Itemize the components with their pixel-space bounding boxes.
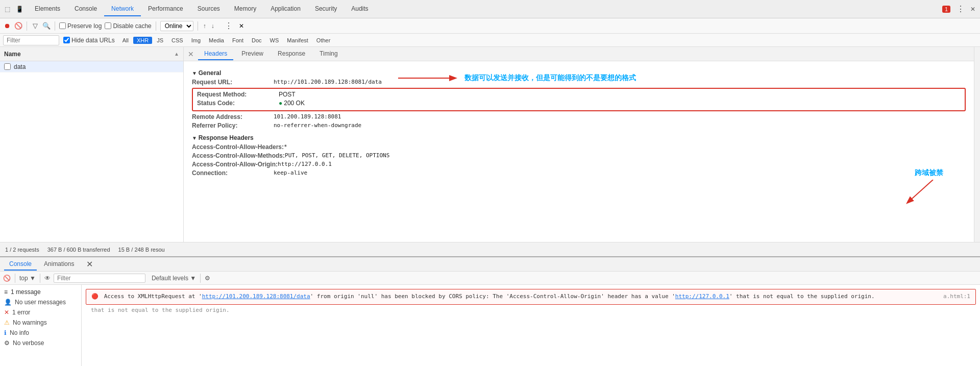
request-method-row: Request Method: POST — [197, 91, 961, 98]
tab-audits[interactable]: Audits — [344, 2, 375, 16]
arrow-right-icon — [398, 70, 459, 86]
disable-cache-checkbox[interactable] — [105, 22, 111, 29]
console-body: ≡ 1 message 👤 No user messages ✕ 1 error… — [0, 285, 980, 366]
tab-elements[interactable]: Elements — [28, 2, 67, 16]
more-options-icon[interactable]: ⋮ — [953, 4, 968, 14]
filter-xhr[interactable]: XHR — [133, 37, 152, 44]
filter-doc[interactable]: Doc — [248, 37, 265, 44]
requests-count: 1 / 2 requests — [5, 247, 39, 253]
filter-js[interactable]: JS — [153, 37, 167, 44]
sidebar-errors[interactable]: ✕ 1 error — [0, 307, 81, 318]
request-url-value: http://101.200.189.128:8081/data — [274, 79, 382, 86]
console-main: 🔴 Access to XMLHttpRequest at 'http://10… — [82, 285, 980, 366]
tab-preview[interactable]: Preview — [235, 48, 270, 60]
verbose-icon: ⚙ — [4, 339, 10, 347]
filter-manifest[interactable]: Manifest — [283, 37, 312, 44]
highlight-box: Request Method: POST Status Code: 200 OK — [192, 88, 966, 111]
tab-network[interactable]: Network — [104, 2, 141, 16]
more-toolbar-icon[interactable]: ⋮ — [222, 21, 236, 31]
tab-memory[interactable]: Memory — [227, 2, 263, 16]
sidebar-messages[interactable]: ≡ 1 message — [0, 287, 81, 297]
filter-all[interactable]: All — [119, 37, 132, 44]
preserve-log-checkbox[interactable] — [59, 22, 66, 29]
console-sidebar: ≡ 1 message 👤 No user messages ✕ 1 error… — [0, 285, 82, 366]
devtools-nav: ⬚ 📱 Elements Console Network Performance… — [0, 0, 980, 18]
sidebar-user-messages[interactable]: 👤 No user messages — [0, 297, 81, 307]
tab-security[interactable]: Security — [308, 2, 344, 16]
console-level-icon[interactable]: top ▼ — [19, 275, 36, 282]
row-checkbox[interactable] — [4, 63, 11, 70]
inspect-icon[interactable]: ⬚ — [2, 4, 12, 14]
divider-2 — [55, 21, 55, 31]
filter-img[interactable]: Img — [188, 37, 204, 44]
error-text-middle: ' from origin 'null' has been blocked by… — [310, 293, 675, 300]
console-close-icon[interactable]: ✕ — [83, 259, 96, 269]
import-btn[interactable]: ↑ — [202, 22, 207, 30]
vertical-scrollbar[interactable] — [974, 47, 980, 242]
divider-3 — [156, 21, 156, 31]
close-panel-icon[interactable]: ✕ — [239, 22, 244, 30]
sidebar-info[interactable]: ℹ No info — [0, 328, 81, 338]
console-divider-3 — [200, 274, 201, 283]
device-icon[interactable]: 📱 — [14, 4, 24, 14]
filter-css[interactable]: CSS — [168, 37, 187, 44]
devtools-window: ⬚ 📱 Elements Console Network Performance… — [0, 0, 980, 366]
tab-sources[interactable]: Sources — [190, 2, 227, 16]
console-divider-1 — [15, 274, 15, 283]
req-detail-body: General Request URL: http://101.200.189.… — [184, 61, 974, 242]
filter-font[interactable]: Font — [229, 37, 247, 44]
tab-performance[interactable]: Performance — [141, 2, 190, 16]
throttle-select[interactable]: Online — [160, 21, 193, 31]
cn-annotation-bottom: 跨域被禁 — [915, 168, 943, 178]
cn-annotation-top: 数据可以发送并接收，但是可能得到的不是要想的格式 — [464, 74, 636, 83]
request-method-value: POST — [279, 91, 296, 98]
filter-input[interactable] — [3, 35, 59, 45]
acam-label: Access-Control-Allow-Methods: — [192, 152, 285, 159]
annotation-bottom: 跨域被禁 — [902, 168, 943, 205]
record-icon[interactable]: ⏺ — [3, 22, 11, 30]
console-gear-icon[interactable]: ⚙ — [205, 275, 210, 282]
error-origin-link[interactable]: http://127.0.0.1 — [675, 293, 729, 300]
net-list: Name ▲ data — [0, 47, 184, 242]
warnings-icon: ⚠ — [4, 319, 10, 326]
error-badge: 1 — [942, 6, 950, 13]
console-filter-input[interactable] — [54, 274, 145, 283]
sidebar-verbose[interactable]: ⚙ No verbose — [0, 338, 81, 348]
export-btn[interactable]: ↓ — [210, 22, 215, 30]
console-default-levels[interactable]: Default levels ▼ — [152, 275, 196, 282]
tab-response[interactable]: Response — [272, 48, 311, 60]
console-tab-console[interactable]: Console — [4, 258, 37, 271]
error-url-link[interactable]: http://101.200.189.128:8081/data — [202, 293, 310, 300]
disable-cache-label[interactable]: Disable cache — [105, 22, 151, 30]
response-headers-section-header[interactable]: Response Headers — [192, 134, 966, 141]
console-tab-animations[interactable]: Animations — [39, 258, 79, 271]
preserve-log-label[interactable]: Preserve log — [59, 22, 102, 30]
net-list-row[interactable]: data — [0, 61, 183, 72]
search-icon[interactable]: 🔍 — [42, 22, 51, 30]
access-control-headers-row: Access-Control-Allow-Headers: * — [192, 143, 966, 151]
filter-icon[interactable]: ▽ — [31, 22, 39, 30]
filter-ws[interactable]: WS — [266, 37, 283, 44]
nav-icons: ⬚ 📱 — [2, 4, 24, 14]
req-detail-tabs: ✕ Headers Preview Response Timing — [184, 47, 974, 61]
console-eye-icon[interactable]: 👁 — [44, 275, 51, 282]
console-clear-icon[interactable]: 🚫 — [3, 275, 11, 282]
name-column-header: Name — [4, 51, 172, 58]
tab-console[interactable]: Console — [67, 2, 104, 16]
user-messages-label: No user messages — [15, 299, 66, 306]
request-url-label: Request URL: — [192, 79, 274, 86]
tab-timing[interactable]: Timing — [313, 48, 344, 60]
tab-application[interactable]: Application — [263, 2, 308, 16]
clear-icon[interactable]: 🚫 — [14, 22, 22, 30]
req-close-icon[interactable]: ✕ — [188, 50, 194, 58]
sidebar-warnings[interactable]: ⚠ No warnings — [0, 318, 81, 328]
filter-media[interactable]: Media — [205, 37, 228, 44]
filter-other[interactable]: Other — [313, 37, 334, 44]
tab-headers[interactable]: Headers — [198, 48, 233, 60]
hide-data-urls-label[interactable]: Hide data URLs — [63, 37, 115, 44]
hide-data-urls-checkbox[interactable] — [63, 37, 70, 43]
network-toolbar: ⏺ 🚫 ▽ 🔍 Preserve log Disable cache Onlin… — [0, 18, 980, 34]
close-devtools-icon[interactable]: ✕ — [968, 4, 978, 14]
errors-icon: ✕ — [4, 309, 9, 316]
access-control-origin-row: Access-Control-Allow-Origin: http://127.… — [192, 161, 966, 168]
